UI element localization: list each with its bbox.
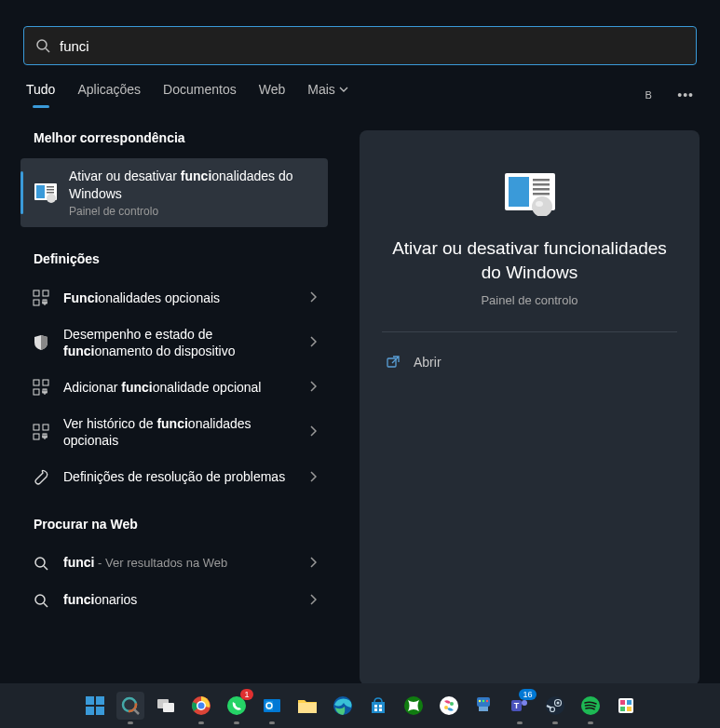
task-view-button[interactable]	[152, 692, 180, 720]
svg-rect-20	[34, 425, 39, 430]
copilot-icon[interactable]	[435, 692, 463, 720]
svg-point-50	[197, 703, 204, 709]
web-search-item[interactable]: funcionarios	[20, 582, 328, 619]
svg-point-67	[478, 700, 480, 702]
section-title-web: Procurar na Web	[34, 517, 328, 532]
grid-icon	[32, 423, 50, 441]
spotify-icon[interactable]	[577, 692, 605, 720]
chevron-down-icon	[339, 85, 348, 94]
svg-rect-32	[533, 179, 550, 182]
preview-pane: Ativar ou desativar funcionalidades do W…	[360, 130, 700, 685]
section-title-settings: Definições	[34, 251, 328, 266]
svg-line-1	[46, 48, 49, 52]
svg-rect-22	[34, 434, 39, 439]
whatsapp-badge: 1	[240, 689, 252, 700]
explorer-icon[interactable]	[293, 692, 321, 720]
open-action[interactable]: Abrir	[382, 349, 677, 375]
search-input[interactable]	[60, 38, 685, 54]
svg-rect-33	[533, 183, 550, 186]
svg-rect-60	[379, 708, 382, 711]
svg-point-72	[522, 700, 527, 706]
tab-web[interactable]: Web	[259, 82, 286, 108]
svg-rect-82	[627, 707, 632, 711]
svg-rect-4	[47, 186, 54, 188]
svg-rect-14	[34, 380, 39, 385]
xbox-icon[interactable]	[400, 692, 428, 720]
svg-point-28	[35, 595, 45, 604]
best-match-subtitle: Painel de controlo	[69, 205, 315, 218]
settings-item[interactable]: Adicionar funcionalidade opcional	[20, 369, 328, 406]
start-button[interactable]	[81, 692, 109, 720]
teams-badge: 16	[519, 689, 536, 700]
grid-icon	[32, 289, 50, 307]
settings-item[interactable]: Ver histórico de funcionalidades opciona…	[20, 406, 328, 458]
svg-rect-41	[86, 707, 94, 715]
settings-item[interactable]: Definições de resolução de problemas	[20, 459, 328, 496]
settings-item-label: Adicionar funcionalidade opcional	[63, 379, 296, 396]
svg-rect-38	[387, 358, 396, 367]
teams-icon[interactable]: T16	[506, 692, 534, 720]
steam-icon[interactable]	[541, 692, 569, 720]
svg-rect-8	[34, 290, 39, 296]
windows-features-icon	[34, 181, 58, 205]
grid-icon	[32, 378, 50, 397]
tab-apps[interactable]: Aplicações	[77, 82, 141, 108]
best-match-item[interactable]: Ativar ou desativar funcionalidades do W…	[20, 158, 328, 227]
svg-rect-40	[96, 696, 104, 705]
preview-icon	[501, 171, 559, 216]
tab-all[interactable]: Tudo	[26, 82, 55, 108]
svg-point-36	[532, 196, 552, 216]
svg-rect-79	[620, 700, 625, 705]
settings-item-label: Ver histórico de funcionalidades opciona…	[63, 415, 296, 449]
svg-point-26	[35, 558, 45, 567]
chevron-right-icon	[309, 290, 317, 306]
settings-item[interactable]: Desempenho e estado de funcionamento do …	[20, 317, 328, 369]
chevron-right-icon	[309, 555, 317, 572]
svg-rect-34	[533, 188, 550, 191]
web-item-label: funcionarios	[63, 591, 296, 608]
store-icon[interactable]	[364, 692, 392, 720]
svg-rect-21	[43, 425, 48, 430]
outlook-icon[interactable]	[258, 692, 286, 720]
chevron-right-icon	[309, 592, 317, 609]
taskbar: 1 T16	[0, 683, 720, 728]
whatsapp-icon[interactable]: 1	[223, 692, 251, 720]
svg-rect-16	[34, 389, 39, 395]
search-box[interactable]	[23, 26, 697, 65]
svg-rect-55	[298, 703, 317, 713]
chevron-right-icon	[309, 334, 317, 351]
svg-line-27	[44, 566, 48, 570]
chevron-right-icon	[309, 469, 317, 486]
tabs-bar: Tudo Aplicações Documentos Web Mais B ••…	[0, 65, 720, 108]
svg-rect-58	[379, 705, 382, 708]
tab-documents[interactable]: Documentos	[163, 82, 237, 108]
edge-icon[interactable]	[329, 692, 357, 720]
user-avatar[interactable]: B	[638, 85, 659, 105]
svg-point-0	[37, 40, 47, 49]
svg-line-29	[44, 603, 48, 607]
more-options-button[interactable]: •••	[677, 88, 694, 102]
search-icon	[32, 554, 50, 573]
svg-rect-10	[34, 300, 39, 305]
settings-item[interactable]: Funcionalidades opcionais	[20, 279, 328, 317]
svg-point-68	[482, 700, 483, 702]
svg-text:T: T	[513, 701, 519, 710]
svg-rect-9	[43, 290, 48, 296]
svg-point-64	[450, 702, 454, 706]
preview-title: Ativar ou desativar funcionalidades do W…	[382, 236, 677, 284]
svg-rect-47	[163, 703, 174, 712]
search-icon	[35, 38, 50, 53]
svg-point-69	[485, 700, 487, 702]
search-taskbar-button[interactable]	[116, 692, 144, 720]
settings-item-label: Definições de resolução de problemas	[63, 468, 296, 485]
svg-point-75	[556, 702, 559, 705]
web-search-item[interactable]: funci - Ver resultados na Web	[20, 545, 328, 582]
chrome-icon[interactable]	[187, 692, 215, 720]
tab-more[interactable]: Mais	[307, 82, 348, 108]
open-icon	[386, 355, 401, 370]
svg-line-45	[134, 709, 139, 714]
svg-rect-80	[627, 700, 632, 705]
paint-icon[interactable]	[470, 692, 498, 720]
snip-icon[interactable]	[612, 692, 640, 720]
svg-rect-66	[479, 707, 488, 711]
